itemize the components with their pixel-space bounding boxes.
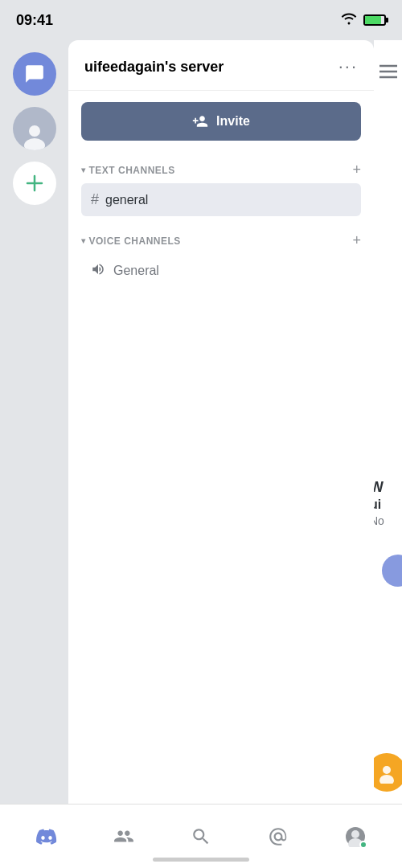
voice-channel-general[interactable]: General <box>81 254 361 288</box>
server-name: uifeedagain's server <box>84 59 224 76</box>
svg-point-8 <box>379 775 394 784</box>
sidebar-messages-button[interactable] <box>13 52 56 96</box>
add-voice-channel-button[interactable]: + <box>352 232 361 249</box>
right-panel <box>374 40 402 804</box>
add-server-button[interactable] <box>13 162 56 205</box>
svg-point-1 <box>24 138 45 150</box>
nav-discord[interactable] <box>25 820 68 854</box>
main-panel: uifeedagain's server ··· Invite ▾ TEXT C… <box>68 40 374 804</box>
text-channels-header: ▾ TEXT CHANNELS + <box>81 162 361 178</box>
status-time: 09:41 <box>16 12 53 29</box>
home-indicator <box>153 858 249 862</box>
text-channels-chevron: ▾ <box>81 166 86 174</box>
channel-name-general: general <box>105 193 148 207</box>
svg-point-10 <box>351 830 359 838</box>
server-header: uifeedagain's server ··· <box>68 40 374 91</box>
text-channels-title: ▾ TEXT CHANNELS <box>81 165 175 176</box>
battery-icon <box>363 13 386 27</box>
right-text-no: No <box>370 514 402 528</box>
status-icons <box>341 12 386 28</box>
right-text-ui: ui <box>370 497 402 514</box>
right-content-block: W ui No <box>370 478 402 528</box>
right-text-w: W <box>370 478 402 497</box>
invite-label: Invite <box>216 114 250 129</box>
voice-channels-title: ▾ VOICE CHANNELS <box>81 235 181 247</box>
add-text-channel-button[interactable]: + <box>352 162 361 178</box>
voice-channel-name-general: General <box>113 264 159 278</box>
invite-button[interactable]: Invite <box>81 102 361 141</box>
more-options-button[interactable]: ··· <box>338 56 358 77</box>
wifi-icon <box>341 12 357 28</box>
hash-icon: # <box>91 191 99 208</box>
voice-channels-header: ▾ VOICE CHANNELS + <box>81 232 361 249</box>
status-bar: 09:41 <box>0 0 402 40</box>
text-channels-section: ▾ TEXT CHANNELS + # general <box>68 152 374 223</box>
svg-point-0 <box>29 125 40 137</box>
channel-item-general[interactable]: # general <box>81 183 361 216</box>
svg-point-7 <box>383 766 391 774</box>
server-avatar[interactable] <box>13 107 56 150</box>
left-sidebar <box>0 40 68 804</box>
voice-channels-section: ▾ VOICE CHANNELS + General <box>68 223 374 294</box>
nav-friends[interactable] <box>102 820 146 854</box>
voice-channels-chevron: ▾ <box>81 236 86 245</box>
speaker-icon <box>91 262 105 280</box>
nav-mentions[interactable] <box>256 820 300 854</box>
hamburger-icon[interactable] <box>379 64 397 82</box>
nav-search[interactable] <box>179 820 223 854</box>
nav-profile[interactable] <box>334 820 377 854</box>
